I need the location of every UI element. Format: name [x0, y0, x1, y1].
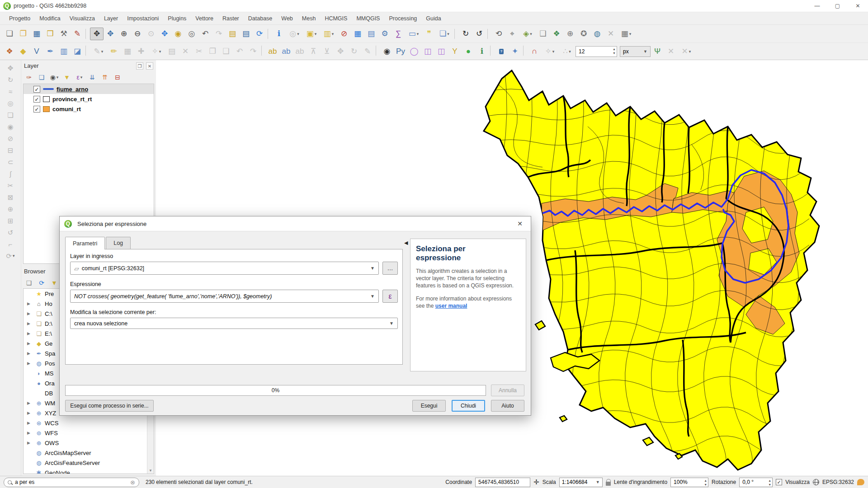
- browser-item[interactable]: ▶ ◍ ArcGisMapServer: [24, 448, 154, 458]
- offset-curve-button[interactable]: ⊂: [4, 156, 17, 168]
- sep-7[interactable]: [376, 45, 379, 56]
- expand-arrow-icon[interactable]: ▶: [27, 331, 34, 336]
- messages-bubble-icon[interactable]: [857, 479, 864, 485]
- zoom-native-button[interactable]: ⊙: [144, 28, 158, 40]
- dialog-close-icon[interactable]: ✕: [514, 220, 526, 227]
- toggle-editing-button[interactable]: ✏: [107, 45, 121, 58]
- menu-item[interactable]: Database: [244, 13, 277, 24]
- help-contents-button[interactable]: ?: [495, 45, 508, 58]
- maximize-button[interactable]: ▢: [827, 0, 848, 12]
- coordinate-input[interactable]: 546745,4836510: [475, 478, 530, 487]
- sep-2[interactable]: [268, 28, 271, 39]
- layer-labeling-button[interactable]: ab: [266, 45, 279, 58]
- layer-checkbox[interactable]: ✓: [33, 96, 40, 103]
- refresh-browser-button[interactable]: ⟳: [36, 278, 47, 288]
- copy-features-button[interactable]: ❐: [206, 45, 219, 58]
- zoom-next-button[interactable]: ↷: [212, 28, 226, 40]
- merge-features-button[interactable]: ⊕: [4, 203, 17, 215]
- zoom-last-button[interactable]: ↶: [198, 28, 212, 40]
- close-panel-icon[interactable]: ✕: [146, 62, 153, 70]
- deselect-all-button[interactable]: ⊘: [337, 28, 351, 40]
- save-edits-button[interactable]: ▦: [121, 45, 134, 58]
- filter-legend-button[interactable]: ▼: [61, 72, 73, 82]
- reshape-features-button[interactable]: ∫: [4, 168, 17, 179]
- menu-item[interactable]: Impostazioni: [123, 13, 163, 24]
- scale-combo[interactable]: 1:1406684 ▼: [559, 478, 603, 487]
- map-tips-button[interactable]: ❞: [422, 28, 436, 40]
- layer-row[interactable]: ✓ province_rt_rt: [24, 94, 154, 104]
- rotate-feature-button[interactable]: ↻: [4, 74, 17, 85]
- help-button[interactable]: Aiuto: [491, 400, 524, 412]
- expand-arrow-icon[interactable]: ▶: [27, 341, 34, 346]
- expand-arrow-icon[interactable]: ▶: [27, 431, 34, 435]
- clear-search-icon[interactable]: ⊗: [130, 479, 135, 486]
- new-virtual-layer-button[interactable]: ◪: [71, 45, 84, 58]
- rotation-spinner[interactable]: 0,0 ° ▲▼: [739, 478, 773, 487]
- new-geopackage-button[interactable]: ◆: [16, 45, 30, 58]
- dialog-tab[interactable]: Log: [106, 237, 131, 249]
- pan-map-button[interactable]: ✥: [90, 28, 104, 40]
- spinner-arrows-icon[interactable]: ▲▼: [768, 479, 771, 487]
- modify-attributes-button[interactable]: ▤: [165, 45, 179, 58]
- topology-checker-button[interactable]: ✦: [508, 45, 522, 58]
- rotate-symbols-button[interactable]: ↺: [4, 226, 17, 238]
- select-by-value-button[interactable]: ▥: [320, 28, 337, 40]
- geometry-menu-button[interactable]: ⟳: [4, 250, 17, 262]
- filter-browser-button[interactable]: ▼: [48, 278, 60, 288]
- whats-this-button[interactable]: ℹ: [475, 45, 489, 58]
- expand-all-button[interactable]: ⇊: [86, 72, 98, 82]
- label-font-size-spinner[interactable]: 12 ▲▼: [576, 46, 617, 57]
- prev-clip-button[interactable]: ◫: [434, 45, 448, 58]
- cut-features-button[interactable]: ✂: [192, 45, 206, 58]
- undo-button[interactable]: ↶: [233, 45, 246, 58]
- layer-checkbox[interactable]: ✓: [33, 106, 40, 113]
- statistics-button[interactable]: ▤: [364, 28, 378, 40]
- menu-item[interactable]: Vettore: [191, 13, 218, 24]
- redo-button[interactable]: ↷: [246, 45, 260, 58]
- change-label-button[interactable]: ✎: [361, 45, 374, 58]
- crs-globe-icon[interactable]: [813, 479, 819, 485]
- zoom-to-selection-button[interactable]: ◎: [185, 28, 198, 40]
- rotate-clockwise-button[interactable]: ↻: [459, 28, 472, 40]
- layout-manager-button[interactable]: ⚒: [57, 28, 71, 40]
- web-globe-button[interactable]: ◍: [590, 28, 604, 40]
- move-label-button[interactable]: ✥: [334, 45, 347, 58]
- sep-1[interactable]: [85, 28, 89, 39]
- zoom-star-button[interactable]: ✪: [577, 28, 590, 40]
- sep-6[interactable]: [261, 45, 264, 56]
- merge-attributes-button[interactable]: ⊞: [4, 215, 17, 226]
- new-map-view-button[interactable]: ❏: [436, 28, 453, 40]
- lock-scale-icon[interactable]: [606, 482, 611, 486]
- menu-item[interactable]: Visualizza: [65, 13, 99, 24]
- add-feature-button[interactable]: ✚: [134, 45, 148, 58]
- layer-checkbox[interactable]: ✓: [33, 86, 40, 93]
- simplify-feature-button[interactable]: ≈: [4, 85, 17, 97]
- save-project-button[interactable]: ▦: [30, 28, 43, 40]
- sep-8[interactable]: [490, 45, 493, 56]
- sep-4[interactable]: [487, 28, 491, 39]
- attribute-table-button[interactable]: ▦: [351, 28, 364, 40]
- refresh-map-button[interactable]: ⟳: [253, 28, 266, 40]
- browser-item[interactable]: ▶ ◍ ArcGisFeatureServer: [24, 458, 154, 468]
- add-group-button[interactable]: ❏: [36, 72, 47, 82]
- symbology-branch-button[interactable]: Ψ: [651, 45, 664, 58]
- open-project-button[interactable]: ❐: [16, 28, 30, 40]
- locator-search-input[interactable]: a per es ⊗: [4, 478, 139, 487]
- split-features-button[interactable]: ✂: [4, 179, 17, 191]
- expand-arrow-icon[interactable]: ▶: [27, 321, 34, 326]
- add-part-button[interactable]: ❏: [4, 109, 17, 121]
- expression-builder-button[interactable]: ε: [382, 290, 398, 303]
- expand-arrow-icon[interactable]: ▶: [27, 301, 34, 306]
- identify-features-button[interactable]: ℹ: [272, 28, 286, 40]
- disabled-cross-menu-button[interactable]: ✕: [678, 45, 695, 58]
- render-checkbox[interactable]: ✓: [776, 479, 782, 485]
- browser-item[interactable]: ▶ ⊚ WFS: [24, 428, 154, 438]
- menu-item[interactable]: Mesh: [297, 13, 321, 24]
- sep-5[interactable]: [85, 45, 89, 56]
- manage-visibility-button[interactable]: ◉: [48, 72, 60, 82]
- menu-item[interactable]: MMQGIS: [352, 13, 384, 24]
- browser-item[interactable]: ▶ ⊕ OWS: [24, 438, 154, 448]
- new-shapefile-button[interactable]: V: [30, 45, 43, 58]
- current-edits-button[interactable]: ✎: [90, 45, 107, 58]
- scroll-down-icon[interactable]: ▼: [147, 469, 154, 473]
